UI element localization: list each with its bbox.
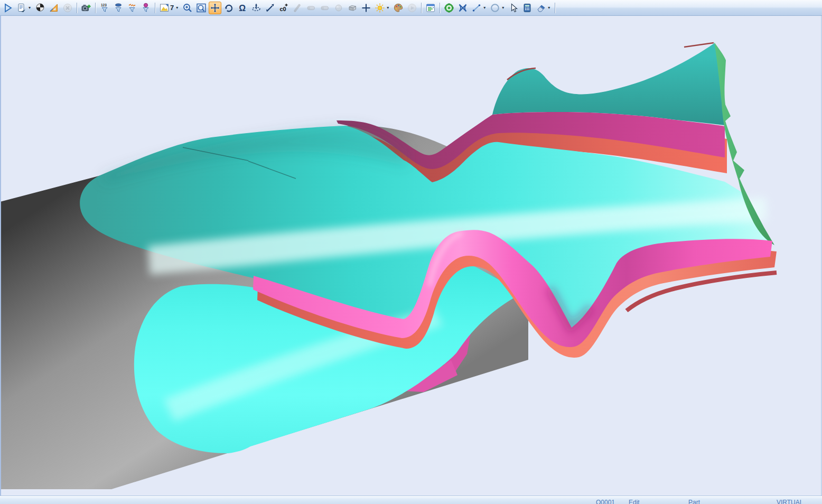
toolbar-zoom-window-button[interactable] [195,2,208,14]
funnel-123-icon: 123 [99,3,110,13]
rotate-icon [223,3,234,13]
calculator-icon [522,3,533,13]
window-border-left [0,16,1,497]
toolbar-zoom-in-button[interactable] [181,2,194,14]
chevron-down-icon[interactable]: ▾ [547,5,551,10]
toolbar-snap-target-button[interactable] [443,2,455,14]
omega-icon: Ω [237,3,248,13]
funnel-orange-icon [127,3,137,13]
picture-icon [159,3,170,13]
line-segment-icon [471,3,482,13]
chevron-down-icon[interactable]: ▾ [482,5,487,10]
toolbar-appearance-button[interactable] [392,2,405,14]
setsquare-icon [49,3,59,13]
toolbar-intersection-button[interactable] [456,2,469,14]
play-outline-icon [3,3,13,13]
toolbar-filter-numbers-button[interactable]: 123 [98,2,111,14]
3d-viewport[interactable] [0,16,822,497]
toolbar-rotate-view-button[interactable] [222,2,235,14]
toolbar-filter-stock-button[interactable] [139,2,152,14]
toolbar-capture-snapshot-button[interactable] [80,2,92,14]
toolbar-view-preset-button[interactable]: 7▾ [158,2,180,14]
status-mode: Edit [629,499,640,504]
toolbar-properties-panel-button[interactable] [424,2,437,14]
toolbar-filter-tool-button[interactable] [112,2,125,14]
toolbar-continuity-c0-button[interactable]: c0 [277,2,290,14]
circle-x-icon [62,3,73,13]
sphere-icon [35,3,45,13]
svg-text:Ω: Ω [239,3,246,12]
chevron-down-icon[interactable]: ▾ [27,5,32,10]
toolbar-tool-pencil-button [291,2,304,14]
toolbar-separator [555,3,555,13]
status-program-number: O0001 [596,499,615,504]
toolbar-tool-sphere-button [332,2,345,14]
zoom-in-icon [182,3,193,13]
toolbar-new-document-button[interactable]: ▾ [15,2,33,14]
play-circle-icon [407,3,417,13]
toolbar-select-cursor-button[interactable] [507,2,520,14]
toolbar-run-button[interactable] [2,2,14,14]
capsule-icon [306,3,316,13]
toolbar-eraser-button[interactable]: ▾ [535,2,552,14]
toolbar-separator [155,3,155,13]
plus-icon [361,3,371,13]
toolbar-measure-setsquare-button[interactable] [48,2,60,14]
toolbar-separator [77,3,77,13]
funnel-blue-icon [113,3,124,13]
toolbar-view-preset-label: 7 [170,4,174,12]
toolbar-tool-capsule-a-button [305,2,317,14]
status-bar: O0001 Edit Part VIRTUAL [0,496,822,504]
toolbar-tool-block-button[interactable] [346,2,359,14]
toolbar-calculator-button[interactable] [521,2,534,14]
svg-text:c0: c0 [280,6,286,12]
sun-icon [375,3,385,13]
chevron-down-icon[interactable]: ▾ [175,5,179,10]
arrow-line-icon [265,3,275,13]
toolbar-measure-vector-button[interactable] [264,2,276,14]
palette-icon [393,3,404,13]
toolbar-circle-tool-button[interactable]: ▾ [489,2,506,14]
block-icon [347,3,358,13]
eraser-icon [536,3,546,13]
status-part: Part [688,499,700,504]
capsule-icon [320,3,330,13]
rotate-axis-icon [251,3,261,13]
funnel-magenta-icon [141,3,151,13]
chevron-down-icon[interactable]: ▾ [501,5,505,10]
camera-add-icon [81,3,91,13]
toolbar-lighting-button[interactable]: ▾ [373,2,391,14]
toolbar-render-mode-button[interactable] [34,2,46,14]
list-panel-icon [425,3,436,13]
toolbar-separator [421,3,422,13]
toolbar-pan-button[interactable] [209,2,221,14]
toolbar-separator [95,3,96,13]
toolbar-separator [440,3,440,13]
ball-icon [333,3,344,13]
chevron-down-icon[interactable]: ▾ [386,5,390,10]
target-icon [444,3,454,13]
c0-icon: c0 [278,3,289,13]
zoom-window-icon [196,3,207,13]
toolbar-rotate-free-button[interactable]: Ω [236,2,249,14]
status-machine: VIRTUAL [777,499,803,504]
toolbar-filter-marks-button[interactable] [126,2,138,14]
main-toolbar: ▾1237▾Ωc0▾▾▾▾ [0,0,822,16]
pan-icon [210,3,220,13]
svg-text:123: 123 [101,3,107,7]
toolbar-add-point-button[interactable] [360,2,372,14]
toolbar-rotate-axis-button[interactable] [250,2,263,14]
circle-icon [490,3,500,13]
pencil-icon [292,3,303,13]
x-cross-icon [457,3,468,13]
document-icon [16,3,27,13]
toolbar-play-simulation-button [406,2,418,14]
toolbar-cancel-button [61,2,74,14]
toolbar-line-tool-button[interactable]: ▾ [470,2,488,14]
toolbar-tool-capsule-b-button [319,2,331,14]
cursor-icon [508,3,519,13]
